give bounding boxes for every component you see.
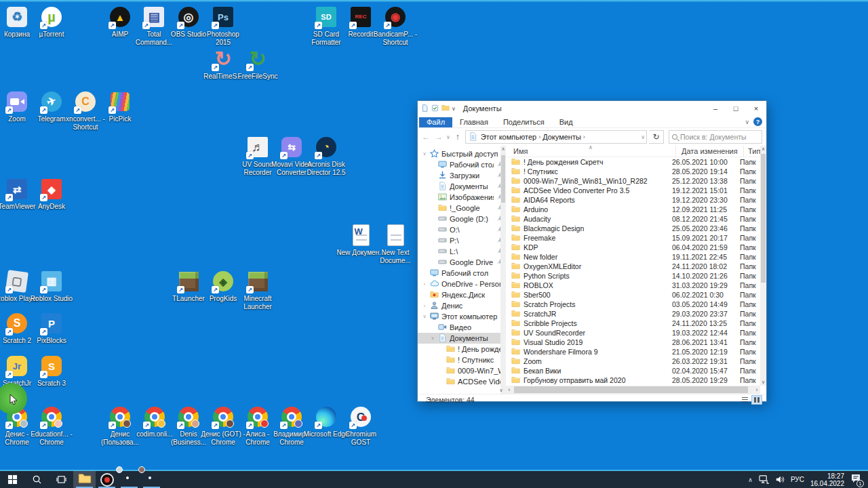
list-scroll-left-icon[interactable]: ‹	[506, 386, 513, 393]
nav-scroll-down-icon[interactable]: ∨	[498, 388, 505, 393]
file-row[interactable]: OxygenXMLEditor24.11.2020 18:02Папк	[506, 262, 760, 271]
tray-expand-chevron-icon[interactable]: ∧	[748, 476, 753, 483]
menu-tab-файл[interactable]: Файл	[419, 117, 452, 127]
expand-chevron-icon[interactable]: ∨	[422, 314, 427, 319]
explorer-file-icon[interactable]	[421, 104, 429, 113]
desktop-icon-photoshop-2015[interactable]: Ps↗Photoshop 2015	[199, 5, 248, 46]
file-row[interactable]: Горбунову отправить май 202028.05.2020 1…	[506, 375, 760, 385]
nav-item-p-[interactable]: P:\	[418, 235, 506, 246]
nav-item-0009-win7_win8_[interactable]: 0009-Win7_Win8_	[418, 365, 506, 376]
close-button[interactable]: ×	[746, 101, 766, 116]
file-row[interactable]: ! День рождения Скретч26.05.2021 10:00Па…	[506, 157, 760, 167]
refresh-button[interactable]: ↻	[649, 130, 664, 144]
properties-icon[interactable]	[431, 104, 439, 113]
maximize-button[interactable]: □	[726, 101, 746, 116]
list-scroll-down-icon[interactable]: ∨	[760, 379, 766, 386]
nav-item-быстрый-доступ[interactable]: ∨Быстрый доступ	[418, 148, 506, 159]
breadcrumb-item[interactable]: Документы	[540, 133, 583, 141]
nav-item-o-[interactable]: O:\	[418, 224, 506, 235]
nav-item-l-[interactable]: L:\	[418, 246, 506, 257]
expand-chevron-icon[interactable]: ›	[422, 282, 427, 287]
file-row[interactable]: Python Scripts14.10.2020 21:26Папк	[506, 271, 760, 281]
taskbar-chrome-1[interactable]	[118, 471, 140, 488]
expand-chevron-icon[interactable]: ∨	[430, 336, 435, 341]
customize-toolbar-chevron-icon[interactable]: ∨	[452, 106, 456, 112]
list-scroll-up-icon[interactable]: ∧	[760, 146, 766, 152]
column-header-date[interactable]: Дата изменения	[675, 146, 743, 157]
back-button[interactable]: ←	[420, 132, 431, 142]
nav-item-google-drive-s-[interactable]: Google Drive (S:)	[418, 257, 506, 268]
file-row[interactable]: KDP06.04.2020 21:59Папк	[506, 243, 760, 252]
menu-tab-вид[interactable]: Вид	[552, 117, 580, 127]
minimize-button[interactable]: –	[705, 101, 726, 116]
desktop-icon-minecraft-launcher[interactable]: ↗Minecraft Launcher	[233, 270, 282, 310]
expand-chevron-icon[interactable]: ›	[422, 304, 427, 308]
file-row[interactable]: Бекап Вики02.04.2020 15:47Папк	[506, 366, 760, 375]
menu-tab-поделиться[interactable]: Поделиться	[496, 117, 552, 127]
search-box[interactable]: Поиск в: Документы	[669, 130, 762, 144]
file-row[interactable]: 0009-Win7_Win8_Win81_Win10_R28225.12.202…	[506, 176, 760, 186]
expand-chevron-icon[interactable]: ∨	[422, 151, 427, 157]
nav-item-этот-компьютер[interactable]: ∨Этот компьютер	[418, 311, 506, 322]
nav-item-документы[interactable]: Документы	[418, 181, 506, 192]
history-chevron-icon[interactable]: ∨	[446, 134, 450, 140]
desktop-icon-new-text-document[interactable]: New Text Docume...	[371, 224, 420, 264]
file-row[interactable]: Wondershare Filmora 921.05.2020 12:19Пап…	[506, 347, 760, 357]
start-button[interactable]	[0, 471, 24, 488]
taskbar-search-button[interactable]	[24, 471, 49, 488]
action-center-button[interactable]: 1	[850, 473, 861, 486]
desktop-icon-acronis-disk-director[interactable]: ◔↗Acronis Disk Director 12.5	[302, 136, 351, 176]
volume-icon[interactable]	[775, 475, 785, 484]
help-icon[interactable]: ?	[753, 117, 762, 126]
file-row[interactable]: ScratchJR29.03.2020 23:37Папк	[506, 309, 760, 319]
forward-button[interactable]: →	[433, 132, 444, 142]
nav-item-видео[interactable]: Видео	[418, 322, 506, 333]
nav-item-рабочий-стол[interactable]: Рабочий стол	[418, 268, 506, 279]
file-row[interactable]: Freemake15.09.2021 20:17Папк	[506, 233, 760, 243]
nav-item-onedrive---personal[interactable]: ›OneDrive - Personal	[418, 279, 506, 289]
thumbnails-view-button[interactable]	[751, 395, 762, 405]
explorer-titlebar[interactable]: ∨ Документы – □ ×	[418, 101, 766, 116]
nav-item-рабочий-стол[interactable]: Рабочий стол	[418, 159, 506, 170]
address-bar[interactable]: Этот компьютер›Документы› ∨	[465, 130, 647, 144]
file-row[interactable]: Scratch Projects03.05.2020 14:49Папк	[506, 300, 760, 309]
nav-item-!_google[interactable]: !_Google	[418, 203, 506, 214]
file-row[interactable]: ! Спутникс28.05.2020 19:14Папк	[506, 167, 760, 176]
desktop-icon-roblox-studio[interactable]: ▦↗Roblox Studio	[27, 270, 76, 303]
breadcrumb-item[interactable]: Этот компьютер	[479, 133, 538, 141]
clock[interactable]: 18:27 16.04.2022	[810, 472, 844, 487]
nav-item-изображения[interactable]: Изображения	[418, 192, 506, 203]
menu-tab-главная[interactable]: Главная	[452, 117, 496, 127]
file-row[interactable]: Blackmagic Design25.05.2020 23:46Папк	[506, 224, 760, 233]
file-row[interactable]: New folder19.11.2021 22:45Папк	[506, 252, 760, 262]
list-scroll-thumb[interactable]	[761, 154, 766, 283]
nav-scroll-up-icon[interactable]: ∧	[500, 146, 506, 152]
file-row[interactable]: Arduino12.09.2021 11:25Папк	[506, 205, 760, 214]
taskbar-file-explorer[interactable]	[73, 471, 96, 488]
nav-item-!-день-рождения[interactable]: ! День рождения	[418, 344, 506, 354]
nav-scroll-thumb[interactable]	[501, 155, 505, 203]
file-list-horizontal-scrollbar[interactable]: ‹ ›	[506, 386, 760, 394]
nav-item-!-спутникс[interactable]: ! Спутникс	[418, 354, 506, 365]
file-row[interactable]: Visual Studio 201928.06.2021 13:41Папк	[506, 338, 760, 347]
file-row[interactable]: ROBLOX31.03.2020 19:29Папк	[506, 281, 760, 290]
file-row[interactable]: ACDSee Video Converter Pro 3.519.12.2021…	[506, 186, 760, 195]
file-row[interactable]: Sber50006.02.2021 0:30Папк	[506, 290, 760, 300]
desktop-icon-chrome-education[interactable]: ↗Educationf... - Chrome	[27, 405, 76, 446]
desktop-icon-chromium-gost[interactable]: C↗Chromium GOST	[336, 405, 385, 446]
desktop-icon-scratch-3[interactable]: S↗Scratch 3	[27, 354, 76, 388]
file-list-vertical-scrollbar[interactable]: ∧ ∨	[760, 146, 766, 386]
address-dropdown-chevron-icon[interactable]: ∨	[641, 134, 645, 140]
file-row[interactable]: Scribble Projects24.11.2020 13:25Папк	[506, 319, 760, 328]
nav-item-загрузки[interactable]: Загрузки	[418, 170, 506, 181]
taskbar-chrome-2[interactable]	[140, 471, 163, 488]
file-row[interactable]: AIDA64 Reports19.12.2020 23:30Папк	[506, 195, 760, 205]
desktop-icon-picpick[interactable]: ↗PicPick	[96, 90, 144, 123]
new-folder-icon[interactable]	[441, 104, 450, 113]
up-button[interactable]: ↑	[452, 132, 463, 142]
file-row[interactable]: Zoom26.03.2022 19:31Папк	[506, 357, 760, 366]
nav-item-документы[interactable]: ∨Документы	[418, 333, 506, 344]
language-indicator[interactable]: РУС	[791, 476, 804, 483]
hscroll-thumb[interactable]	[514, 386, 748, 393]
desktop-icon-bandicam-shortcut[interactable]: ◉↗BandicamP... - Shortcut	[371, 5, 420, 46]
